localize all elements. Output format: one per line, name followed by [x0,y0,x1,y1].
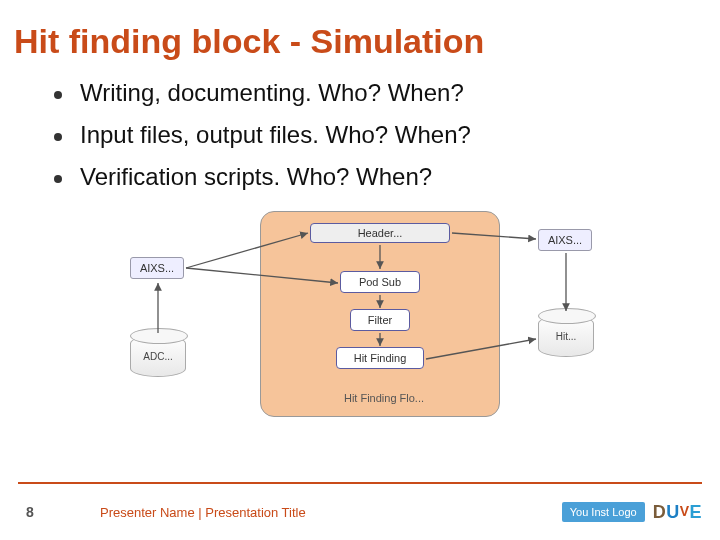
bullet-list: Writing, documenting. Who? When? Input f… [0,75,720,191]
bullet-text: Input files, output files. Who? When? [80,121,471,149]
footer-text: Presenter Name | Presentation Title [60,505,562,520]
cylinder-hit: Hit... [538,315,594,357]
footer: 8 Presenter Name | Presentation Title Yo… [0,484,720,540]
brand-letter: V [680,503,690,519]
flow-diagram: Header... Pod Sub Filter Hit Finding Hit… [90,205,630,425]
brand-logo: D U V E [653,502,702,523]
page-number: 8 [0,504,60,520]
ext-node-right: AIXS... [538,229,592,251]
bullet-icon [54,133,62,141]
cylinder-adc: ADC... [130,335,186,377]
diagram-caption: Hit Finding Flo... [328,389,440,407]
bullet-icon [54,91,62,99]
slide-title: Hit finding block - Simulation [0,0,720,75]
node-header: Header... [310,223,450,243]
brand-letter: E [689,502,702,523]
ext-node-left: AIXS... [130,257,184,279]
bullet-text: Verification scripts. Who? When? [80,163,432,191]
bullet-text: Writing, documenting. Who? When? [80,79,464,107]
list-item: Verification scripts. Who? When? [54,163,720,191]
cyl-label: Hit... [556,331,577,342]
list-item: Writing, documenting. Who? When? [54,79,720,107]
brand-letter: U [666,502,680,523]
node-filter: Filter [350,309,410,331]
cyl-label: ADC... [143,351,172,362]
brand-letter: D [653,502,667,523]
list-item: Input files, output files. Who? When? [54,121,720,149]
node-pod-sub: Pod Sub [340,271,420,293]
inst-logo-badge: You Inst Logo [562,502,645,522]
node-hit-finding: Hit Finding [336,347,424,369]
bullet-icon [54,175,62,183]
